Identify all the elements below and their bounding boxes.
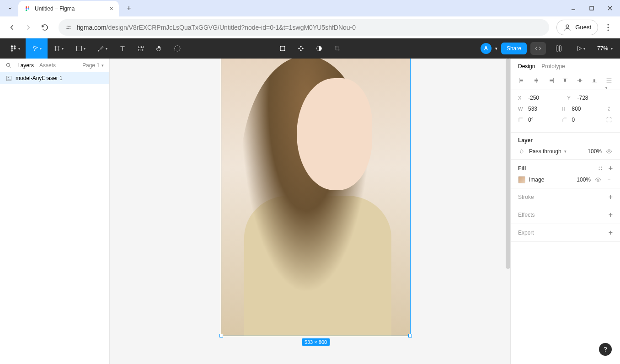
edit-object-icon <box>279 45 286 52</box>
add-stroke-button[interactable]: + <box>609 193 613 201</box>
design-tab[interactable]: Design <box>518 63 535 70</box>
align-vcenter-icon[interactable] <box>576 77 583 84</box>
x-input[interactable]: -250 <box>528 95 556 101</box>
effects-section: Effects + <box>511 206 620 224</box>
hand-icon <box>155 45 163 52</box>
chevron-down-icon[interactable]: ▾ <box>495 46 497 51</box>
fill-type[interactable]: Image <box>529 177 573 183</box>
assets-tab[interactable]: Assets <box>39 62 56 69</box>
svg-point-33 <box>7 77 8 78</box>
svg-line-31 <box>10 66 11 68</box>
visibility-icon[interactable] <box>594 177 602 183</box>
back-button[interactable] <box>5 21 18 34</box>
y-input[interactable]: -728 <box>577 95 606 101</box>
browser-menu-button[interactable] <box>602 24 615 31</box>
canvas[interactable]: 533 × 800 <box>110 59 510 364</box>
fill-opacity-input[interactable]: 100% <box>577 177 591 183</box>
page-selector[interactable]: Page 1▾ <box>82 62 104 69</box>
add-effect-button[interactable]: + <box>609 211 613 219</box>
search-icon[interactable] <box>5 62 12 69</box>
edit-object-button[interactable] <box>273 38 292 59</box>
comment-tool[interactable] <box>168 38 187 59</box>
rotation-input[interactable]: 0° <box>528 117 556 123</box>
chevron-down-icon: ▾ <box>564 149 567 154</box>
close-icon[interactable]: × <box>110 5 113 12</box>
canvas-scrollbar[interactable] <box>506 59 510 269</box>
browser-tab[interactable]: Untitled – Figma × <box>18 1 119 16</box>
dev-mode-button[interactable] <box>530 42 546 55</box>
fill-styles-icon[interactable] <box>597 164 604 172</box>
svg-point-28 <box>284 50 285 51</box>
svg-point-17 <box>11 48 13 50</box>
play-icon <box>576 45 583 52</box>
x-label: X <box>518 95 524 101</box>
present-button[interactable]: ▾ <box>572 38 590 59</box>
profile-button[interactable]: Guest <box>556 20 598 35</box>
library-button[interactable] <box>550 38 568 59</box>
create-component-button[interactable] <box>292 38 310 59</box>
svg-point-16 <box>14 45 16 48</box>
layers-tab[interactable]: Layers <box>17 62 34 69</box>
resize-handle-bl[interactable] <box>219 334 223 337</box>
shape-tool[interactable]: ▾ <box>69 38 91 59</box>
share-button[interactable]: Share <box>501 43 527 54</box>
help-button[interactable]: ? <box>599 343 612 356</box>
tab-search-button[interactable] <box>4 2 16 15</box>
corner-radius-icon <box>562 117 568 123</box>
h-input[interactable]: 800 <box>572 106 600 112</box>
layer-item[interactable]: model-AnyEraser 1 <box>0 72 109 84</box>
resize-handle-br[interactable] <box>408 334 412 337</box>
frame-tool[interactable]: ▾ <box>48 38 69 59</box>
fill-swatch[interactable] <box>518 176 525 183</box>
move-tool[interactable]: ▾ <box>26 38 48 59</box>
layer-opacity-input[interactable]: 100% <box>588 148 602 155</box>
remove-fill-button[interactable]: − <box>605 177 613 183</box>
hand-tool[interactable] <box>150 38 168 59</box>
user-avatar[interactable]: A <box>481 43 492 54</box>
align-right-icon[interactable] <box>547 77 555 84</box>
browser-toolbar: figma.com/design/V8rEXCRPmJcLsQuaTxGGVG/… <box>0 16 620 38</box>
prototype-tab[interactable]: Prototype <box>541 63 565 70</box>
visibility-icon[interactable] <box>605 148 613 155</box>
address-bar[interactable]: figma.com/design/V8rEXCRPmJcLsQuaTxGGVG/… <box>59 19 549 36</box>
url-text: figma.com/design/V8rEXCRPmJcLsQuaTxGGVG/… <box>77 24 543 31</box>
crop-button[interactable] <box>328 38 347 59</box>
svg-point-54 <box>597 179 599 181</box>
svg-point-14 <box>608 29 609 31</box>
close-window-button[interactable] <box>604 2 616 15</box>
resources-tool[interactable] <box>132 38 150 59</box>
zoom-control[interactable]: 77%▾ <box>593 45 616 52</box>
minimize-button[interactable] <box>567 2 580 15</box>
reload-button[interactable] <box>38 21 51 34</box>
align-top-icon[interactable] <box>561 77 569 84</box>
align-left-icon[interactable] <box>518 77 525 84</box>
selected-image[interactable]: 533 × 800 <box>221 59 411 336</box>
forward-button[interactable] <box>22 21 35 34</box>
pen-tool[interactable]: ▾ <box>91 38 113 59</box>
align-bottom-icon[interactable] <box>591 77 598 84</box>
svg-point-1 <box>28 6 30 8</box>
svg-point-15 <box>11 45 13 48</box>
svg-point-19 <box>11 49 13 52</box>
constrain-proportions-icon[interactable] <box>605 106 613 112</box>
svg-rect-23 <box>139 49 140 51</box>
w-input[interactable]: 533 <box>528 106 556 112</box>
blend-mode-select[interactable]: Pass through▾ <box>529 148 584 155</box>
new-tab-button[interactable]: + <box>123 2 135 15</box>
independent-corners-icon[interactable] <box>605 117 613 123</box>
text-tool[interactable] <box>113 38 132 59</box>
corner-input[interactable]: 0 <box>572 117 600 123</box>
h-label: H <box>562 106 568 112</box>
stroke-section-title: Stroke <box>518 194 534 200</box>
add-fill-button[interactable]: + <box>609 164 613 172</box>
site-settings-icon[interactable] <box>65 24 72 31</box>
chevron-down-icon: ▾ <box>62 47 64 51</box>
maximize-button[interactable] <box>585 2 598 15</box>
distribute-icon[interactable]: ▾ <box>605 77 613 84</box>
add-export-button[interactable]: + <box>609 229 613 237</box>
svg-point-30 <box>6 63 10 66</box>
main-menu-button[interactable]: ▾ <box>4 38 26 59</box>
mask-button[interactable] <box>310 38 328 59</box>
svg-rect-24 <box>280 46 284 50</box>
align-hcenter-icon[interactable] <box>533 77 540 84</box>
